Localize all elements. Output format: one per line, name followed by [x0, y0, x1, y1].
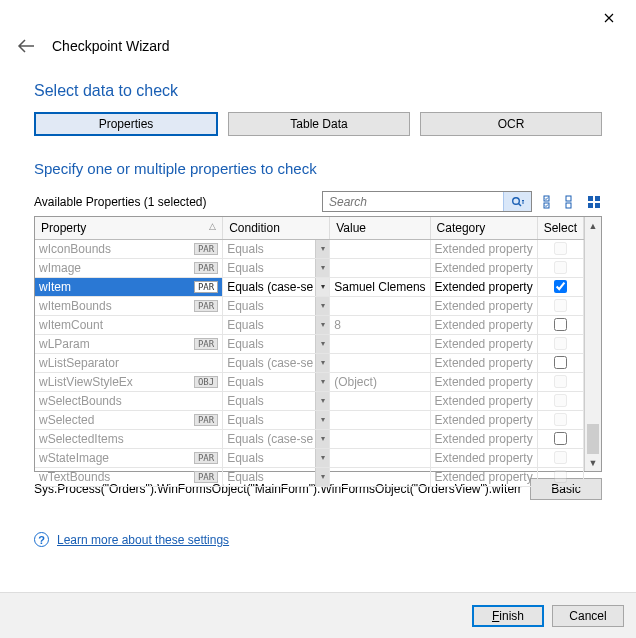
select-all-icon[interactable]: [542, 194, 558, 210]
select-cell[interactable]: [537, 353, 583, 372]
property-cell[interactable]: wSelectedPAR: [35, 410, 223, 429]
condition-cell[interactable]: Equals (case-se▾: [223, 353, 330, 372]
select-cell[interactable]: [537, 429, 583, 448]
column-header-property[interactable]: Property△: [35, 217, 223, 239]
select-cell[interactable]: [537, 296, 583, 315]
column-header-value[interactable]: Value: [330, 217, 430, 239]
value-cell[interactable]: [330, 429, 430, 448]
condition-cell[interactable]: Equals▾: [223, 410, 330, 429]
back-arrow-icon[interactable]: [16, 36, 36, 56]
select-cell[interactable]: [537, 448, 583, 467]
table-row[interactable]: wItemPAREquals (case-se▾Samuel ClemensEx…: [35, 277, 584, 296]
select-checkbox[interactable]: [554, 356, 567, 369]
condition-cell[interactable]: Equals▾: [223, 315, 330, 334]
chevron-down-icon[interactable]: ▾: [315, 335, 329, 353]
table-row[interactable]: wIconBoundsPAREquals▾Extended property: [35, 239, 584, 258]
condition-cell[interactable]: Equals▾: [223, 239, 330, 258]
select-cell[interactable]: [537, 315, 583, 334]
tab-ocr[interactable]: OCR: [420, 112, 602, 136]
property-cell[interactable]: wSelectBounds: [35, 391, 223, 410]
table-row[interactable]: wListSeparatorEquals (case-se▾Extended p…: [35, 353, 584, 372]
select-checkbox[interactable]: [554, 432, 567, 445]
property-cell[interactable]: wListSeparator: [35, 353, 223, 372]
condition-cell[interactable]: Equals▾: [223, 334, 330, 353]
chevron-down-icon[interactable]: ▾: [315, 297, 329, 315]
condition-cell[interactable]: Equals▾: [223, 296, 330, 315]
chevron-down-icon[interactable]: ▾: [315, 373, 329, 391]
chevron-down-icon[interactable]: ▾: [315, 259, 329, 277]
select-checkbox[interactable]: [554, 280, 567, 293]
expand-all-icon[interactable]: [586, 194, 602, 210]
cancel-button[interactable]: Cancel: [552, 605, 624, 627]
chevron-down-icon[interactable]: ▾: [315, 468, 329, 486]
select-cell[interactable]: [537, 391, 583, 410]
scroll-up-arrow-icon[interactable]: ▲: [585, 217, 601, 234]
property-cell[interactable]: wListViewStyleExOBJ: [35, 372, 223, 391]
search-input[interactable]: [323, 192, 503, 211]
table-row[interactable]: wSelectedPAREquals▾Extended property: [35, 410, 584, 429]
table-row[interactable]: wSelectBoundsEquals▾Extended property: [35, 391, 584, 410]
deselect-all-icon[interactable]: [564, 194, 580, 210]
table-row[interactable]: wImagePAREquals▾Extended property: [35, 258, 584, 277]
chevron-down-icon[interactable]: ▾: [315, 278, 329, 296]
condition-cell[interactable]: Equals▾: [223, 372, 330, 391]
value-cell[interactable]: [330, 239, 430, 258]
select-cell[interactable]: [537, 239, 583, 258]
column-header-category[interactable]: Category: [430, 217, 537, 239]
select-cell[interactable]: [537, 277, 583, 296]
property-cell[interactable]: wStateImagePAR: [35, 448, 223, 467]
help-link[interactable]: Learn more about these settings: [57, 533, 229, 547]
chevron-down-icon[interactable]: ▾: [315, 354, 329, 372]
property-cell[interactable]: wItemPAR: [35, 277, 223, 296]
value-cell[interactable]: [330, 334, 430, 353]
value-cell[interactable]: Samuel Clemens: [330, 277, 430, 296]
chevron-down-icon[interactable]: ▾: [315, 392, 329, 410]
value-cell[interactable]: [330, 391, 430, 410]
condition-cell[interactable]: Equals▾: [223, 467, 330, 486]
scroll-down-arrow-icon[interactable]: ▼: [585, 454, 601, 471]
table-row[interactable]: wStateImagePAREquals▾Extended property: [35, 448, 584, 467]
property-cell[interactable]: wItemBoundsPAR: [35, 296, 223, 315]
chevron-down-icon[interactable]: ▾: [315, 316, 329, 334]
window-close-button[interactable]: [588, 4, 630, 32]
value-cell[interactable]: (Object): [330, 372, 430, 391]
select-cell[interactable]: [537, 334, 583, 353]
property-cell[interactable]: wIconBoundsPAR: [35, 239, 223, 258]
condition-cell[interactable]: Equals (case-se▾: [223, 429, 330, 448]
chevron-down-icon[interactable]: ▾: [315, 411, 329, 429]
column-header-select[interactable]: Select: [537, 217, 583, 239]
value-cell[interactable]: [330, 353, 430, 372]
table-row[interactable]: wItemCountEquals▾8Extended property: [35, 315, 584, 334]
value-cell[interactable]: [330, 258, 430, 277]
select-cell[interactable]: [537, 258, 583, 277]
finish-button[interactable]: Finish: [472, 605, 544, 627]
tab-table-data[interactable]: Table Data: [228, 112, 410, 136]
chevron-down-icon[interactable]: ▾: [315, 449, 329, 467]
chevron-down-icon[interactable]: ▾: [315, 430, 329, 448]
select-cell[interactable]: [537, 467, 583, 486]
property-cell[interactable]: wSelectedItems: [35, 429, 223, 448]
condition-cell[interactable]: Equals (case-se▾: [223, 277, 330, 296]
scroll-thumb[interactable]: [587, 424, 599, 454]
search-button[interactable]: [503, 192, 531, 211]
condition-cell[interactable]: Equals▾: [223, 448, 330, 467]
chevron-down-icon[interactable]: ▾: [315, 240, 329, 258]
table-row[interactable]: wListViewStyleExOBJEquals▾(Object)Extend…: [35, 372, 584, 391]
condition-cell[interactable]: Equals▾: [223, 391, 330, 410]
property-cell[interactable]: wImagePAR: [35, 258, 223, 277]
table-row[interactable]: wSelectedItemsEquals (case-se▾Extended p…: [35, 429, 584, 448]
column-header-condition[interactable]: Condition: [223, 217, 330, 239]
select-cell[interactable]: [537, 372, 583, 391]
select-checkbox[interactable]: [554, 318, 567, 331]
property-cell[interactable]: wTextBoundsPAR: [35, 467, 223, 486]
value-cell[interactable]: [330, 410, 430, 429]
property-cell[interactable]: wItemCount: [35, 315, 223, 334]
value-cell[interactable]: [330, 448, 430, 467]
table-row[interactable]: wTextBoundsPAREquals▾Extended property: [35, 467, 584, 486]
select-cell[interactable]: [537, 410, 583, 429]
table-row[interactable]: wItemBoundsPAREquals▾Extended property: [35, 296, 584, 315]
grid-scrollbar[interactable]: ▲ ▼: [584, 217, 601, 471]
value-cell[interactable]: [330, 467, 430, 486]
condition-cell[interactable]: Equals▾: [223, 258, 330, 277]
tab-properties[interactable]: Properties: [34, 112, 218, 136]
